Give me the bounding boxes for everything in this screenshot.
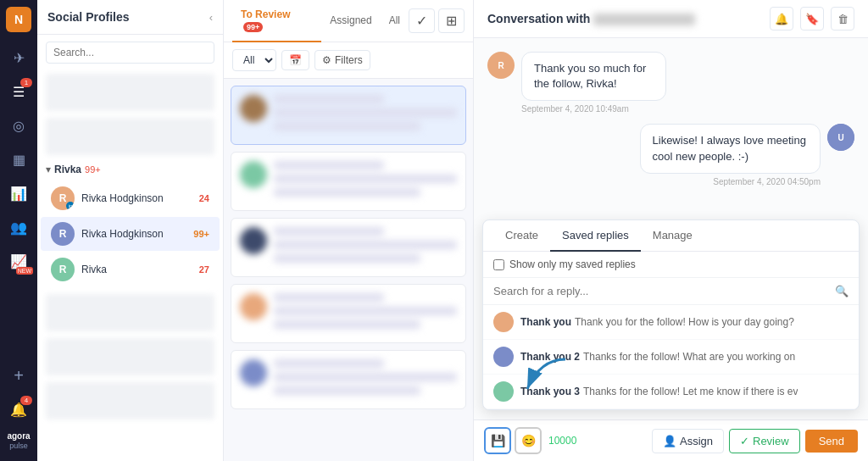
profile-count-3: 27 <box>199 264 209 275</box>
feed-item-1[interactable] <box>231 86 466 145</box>
saved-reply-preview-3: Thanks for the follow! Let me know if th… <box>583 386 798 397</box>
message-text-2: Likewise! I always love meeting cool new… <box>653 134 806 162</box>
nav-sidebar: N ✈ ☰ 1 ◎ ▦ 📊 👥 📈 NEW + 🔔 4 agora pulse <box>0 0 37 461</box>
nav-bar-chart[interactable]: 📈 NEW <box>3 246 34 276</box>
saved-replies-search-input[interactable] <box>493 285 835 297</box>
profile-name-3: Rivka <box>81 264 199 275</box>
people-icon: 👥 <box>10 219 27 236</box>
saved-reply-item-3[interactable]: Thank you 3 Thanks for the follow! Let m… <box>483 375 859 409</box>
conversation-actions: 🔔 🔖 🗑 <box>770 7 854 31</box>
tab-all[interactable]: All <box>381 6 409 36</box>
tab-manage[interactable]: Manage <box>641 220 704 252</box>
collapse-icon[interactable]: ‹ <box>209 11 213 24</box>
char-count: 10000 <box>548 435 576 447</box>
saved-reply-name-2: Thank you 2 <box>520 351 580 363</box>
review-button[interactable]: ✓ Review <box>729 429 800 453</box>
nav-reports[interactable]: 📊 <box>3 178 34 208</box>
nav-avatar[interactable]: N <box>6 7 31 32</box>
feed-panel: To Review 99+ Assigned All ✓ ⊞ All 📅 ⚙ F… <box>224 0 474 461</box>
reply-bar: 💾 😊 10000 <box>474 420 868 461</box>
tab-saved-replies[interactable]: Saved replies <box>550 220 641 252</box>
feed-item-3[interactable] <box>231 218 466 277</box>
feed-avatar-3 <box>240 227 267 254</box>
bookmark-action-btn[interactable]: 🔖 <box>800 7 824 31</box>
bell-action-btn[interactable]: 🔔 <box>770 7 793 31</box>
nav-people[interactable]: 👥 <box>3 212 34 242</box>
saved-replies-btn[interactable]: 💾 <box>484 427 511 454</box>
feed-lines-2 <box>274 161 457 202</box>
avatar-label: N <box>14 13 23 26</box>
conversation-title: Conversation with <box>487 12 770 25</box>
nav-inbox[interactable]: ☰ 1 <box>3 76 34 107</box>
nav-bell[interactable]: 🔔 4 <box>3 394 34 425</box>
feed-avatar-2 <box>240 161 267 188</box>
message-row-1: R Thank you so much for the follow, Rivk… <box>487 52 854 114</box>
feed-lines-1 <box>274 95 457 136</box>
emoji-btn[interactable]: 😊 <box>515 427 542 454</box>
nav-paper-plane[interactable]: ✈ <box>3 42 34 73</box>
profile-item-rivka-hodgkinson-2[interactable]: R Rivka Hodgkinson 99+ <box>41 217 220 251</box>
section-count: 99+ <box>85 164 101 175</box>
paper-plane-icon: ✈ <box>14 50 25 66</box>
inbox-badge: 1 <box>20 78 32 87</box>
social-search-input[interactable] <box>46 42 214 64</box>
assign-button[interactable]: 👤 Assign <box>652 429 724 453</box>
calendar-filter-btn[interactable]: 📅 <box>281 50 309 70</box>
my-replies-label: Show only my saved replies <box>509 258 636 270</box>
profile-count-2: 99+ <box>193 229 209 239</box>
filters-label: Filters <box>335 54 363 66</box>
feed-item-2[interactable] <box>231 152 466 211</box>
trash-action-btn[interactable]: 🗑 <box>831 7 854 31</box>
profile-name-2: Rivka Hodgkinson <box>81 228 193 240</box>
filters-btn[interactable]: ⚙ Filters <box>314 50 370 70</box>
saved-reply-preview-1: Thank you for the follow! How is your da… <box>575 316 794 328</box>
profile-name-1: Rivka Hodgkinson <box>81 192 199 204</box>
send-button[interactable]: Send <box>805 430 858 453</box>
feed-item-5[interactable] <box>231 350 466 409</box>
logo-text: agora <box>7 431 30 442</box>
message-avatar-2: U <box>827 124 854 151</box>
calendar-icon: ▦ <box>13 152 25 168</box>
saved-reply-item-1[interactable]: Thank you Thank you for the follow! How … <box>483 305 859 340</box>
saved-reply-item-2[interactable]: Thank you 2 Thanks for the follow! What … <box>483 340 859 375</box>
nav-globe[interactable]: ◎ <box>3 110 34 141</box>
feed-item-4[interactable] <box>231 284 466 343</box>
tab-saved-replies-label: Saved replies <box>562 229 629 242</box>
feed-avatar-1 <box>240 95 267 122</box>
check-all-btn[interactable]: ✓ <box>409 8 435 33</box>
reports-icon: 📊 <box>10 186 27 202</box>
tab-to-review[interactable]: To Review 99+ <box>232 0 321 42</box>
search-icon: 🔍 <box>835 285 849 297</box>
feed-avatar-5 <box>240 359 267 386</box>
feed-filter-select[interactable]: All <box>232 49 276 71</box>
tab-assigned[interactable]: Assigned <box>321 6 380 36</box>
profile-item-rivka[interactable]: R Rivka 27 <box>41 253 220 286</box>
review-icon: ✓ <box>740 435 749 447</box>
list-view-btn[interactable]: ⊞ <box>438 8 465 33</box>
profile-avatar-2: R <box>51 222 75 246</box>
profile-item-rivka-hodgkinson-1[interactable]: R in Rivka Hodgkinson 24 <box>41 181 220 215</box>
tab-create[interactable]: Create <box>493 220 550 252</box>
profile-avatar-3: R <box>51 258 75 281</box>
new-badge: NEW <box>16 267 33 275</box>
saved-replies-popup: Create Saved replies Manage Show only my… <box>482 219 860 410</box>
my-replies-checkbox[interactable] <box>493 259 504 270</box>
assign-icon: 👤 <box>663 435 676 447</box>
saved-reply-avatar-1 <box>493 312 514 332</box>
message-row-2: Likewise! I always love meeting cool new… <box>487 124 854 186</box>
profile-avatar-1: R in <box>51 186 75 210</box>
nav-add[interactable]: + <box>3 360 34 391</box>
bell-badge: 4 <box>20 396 32 405</box>
rivka-section[interactable]: ▾ Rivka 99+ <box>37 158 223 181</box>
social-header: Social Profiles ‹ <box>37 0 223 35</box>
nav-calendar[interactable]: ▦ <box>3 144 34 175</box>
message-text-1: Thank you so much for the follow, Rivka! <box>534 62 646 90</box>
add-icon: + <box>14 366 24 386</box>
tab-assigned-label: Assigned <box>330 14 371 26</box>
to-review-badge: 99+ <box>243 22 263 32</box>
reply-tools: 💾 😊 <box>484 427 542 454</box>
saved-reply-name-1: Thank you <box>520 316 571 328</box>
feed-items <box>224 79 473 461</box>
filters-icon: ⚙ <box>322 54 331 66</box>
blurred-profile-2 <box>46 118 214 155</box>
